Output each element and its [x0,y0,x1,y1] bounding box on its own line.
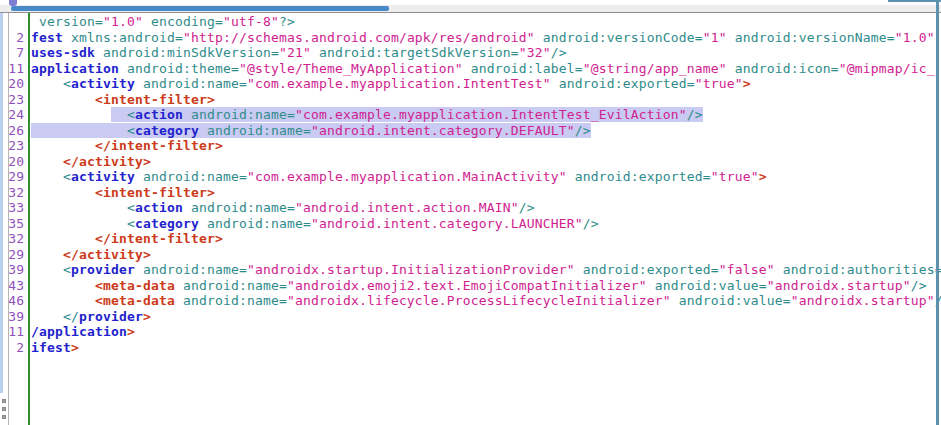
code-token: /> [583,216,599,231]
code-line[interactable]: 35 <category android:name="android.inten… [0,216,941,232]
code-token [31,185,95,200]
code-line-text: <action android:name="android.intent.act… [31,200,535,216]
code-token [135,169,143,184]
code-token: "com.example.myapplication.MainActivity" [247,169,567,184]
code-token: fest [31,30,63,45]
code-token: android:authorities [783,262,935,277]
code-area[interactable]: version="1.0" encoding="utf-8"?>2fest xm… [0,13,941,425]
code-token: = [287,200,295,215]
code-line[interactable]: 20 </activity> [0,154,941,170]
code-token: android:targetSdkVersion [319,45,511,60]
code-token: = [711,262,719,277]
horizontal-scrollbar-thumb[interactable] [11,6,389,11]
code-line[interactable]: 32 </intent-filter> [0,231,941,247]
code-token: = [303,216,311,231]
code-token: "com.example.myapplication.IntentTest" [247,76,551,91]
code-token [775,262,783,277]
code-token [463,61,471,76]
code-token: < [127,200,135,215]
code-line[interactable]: 7uses-sdk android:minSdkVersion="21" and… [0,45,941,61]
selected-token: android:name [207,123,303,138]
line-number: 29 [0,247,24,263]
code-line[interactable]: 46 <meta-data android:name="androidx.lif… [0,293,941,309]
left-panel-strip [0,13,3,393]
splitter-grip-dot[interactable] [2,399,6,403]
line-number: 20 [0,76,24,92]
code-token [31,138,95,153]
code-token: < [63,262,71,277]
code-token: = [511,45,519,60]
line-number: 32 [0,231,24,247]
code-token: <intent-filter> [95,185,215,200]
window-right-border [936,0,939,425]
code-token: = [703,169,711,184]
code-line[interactable]: 11/application> [0,324,941,340]
code-line-text: <intent-filter> [31,185,215,201]
code-line[interactable]: 11application android:theme="@style/Them… [0,61,941,77]
code-token: </intent-filter> [95,231,223,246]
code-token: "androidx.lifecycle.ProcessLifecycleInit… [287,293,671,308]
code-token: android:name [207,216,303,231]
code-token: "false" [719,262,775,277]
code-line-text: <meta-data android:name="androidx.emoji2… [31,278,927,294]
code-line[interactable]: 23 </intent-filter> [0,138,941,154]
code-token: "@style/Theme_MyApplication" [239,61,463,76]
code-line[interactable]: version="1.0" encoding="utf-8"?> [0,14,941,30]
splitter-grip-dot[interactable] [2,415,6,419]
code-line[interactable]: 29 <activity android:name="com.example.m… [0,169,941,185]
code-token: </activity> [63,154,151,169]
code-token: = [271,45,279,60]
code-line[interactable]: 33 <action android:name="android.intent.… [0,200,941,216]
code-token: < [127,216,135,231]
code-token: /> [551,45,567,60]
line-number [0,14,24,30]
line-number: 39 [0,309,24,325]
code-token [31,216,127,231]
code-token [727,30,735,45]
code-token [575,262,583,277]
selected-token: "com.example.myapplication.IntentTest_Ev… [295,107,687,122]
code-line[interactable]: 32 <intent-filter> [0,185,941,201]
code-token [31,262,63,277]
code-token: = [575,61,583,76]
code-token: /> [519,200,535,215]
selected-token [199,123,207,138]
code-token: /> [911,278,927,293]
xml-editor-window: { "app": { "description_title": "Android… [0,0,941,425]
code-line[interactable]: 26 <category android:name="android.inten… [0,123,941,139]
line-number: 2 [0,30,24,46]
code-line[interactable]: 24 <action android:name="com.example.mya… [0,107,941,123]
code-line[interactable]: 39 </provider> [0,309,941,325]
code-token: > [143,309,151,324]
code-line-text: <category android:name="android.intent.c… [31,123,591,139]
code-line[interactable]: 2fest xmlns:android="http://schemas.andr… [0,30,941,46]
code-token [199,216,207,231]
code-token: android:exported [559,76,687,91]
code-line[interactable]: 2ifest> [0,340,941,356]
line-number: 32 [0,185,24,201]
code-line[interactable]: 23 <intent-filter> [0,92,941,108]
code-token: "true" [695,76,743,91]
code-line-text: </activity> [31,247,151,263]
line-number: 39 [0,262,24,278]
code-token [95,45,103,60]
code-token [31,107,111,122]
code-token: uses-sdk [31,45,95,60]
code-token [31,231,95,246]
line-number: 2 [0,340,24,356]
line-number: 20 [0,154,24,170]
code-token: > [71,340,79,355]
code-token [567,169,575,184]
code-token: android:minSdkVersion [103,45,271,60]
code-line[interactable]: 39 <provider android:name="androidx.star… [0,262,941,278]
code-token: "1" [703,30,727,45]
code-token: action [135,200,183,215]
splitter-grip-dot[interactable] [2,407,6,411]
code-token [31,92,95,107]
line-number: 24 [0,107,24,123]
code-rows: version="1.0" encoding="utf-8"?>2fest xm… [0,14,941,355]
horizontal-scrollbar[interactable] [0,5,941,13]
code-line[interactable]: 43 <meta-data android:name="androidx.emo… [0,278,941,294]
code-line[interactable]: 29 </activity> [0,247,941,263]
code-line[interactable]: 20 <activity android:name="com.example.m… [0,76,941,92]
